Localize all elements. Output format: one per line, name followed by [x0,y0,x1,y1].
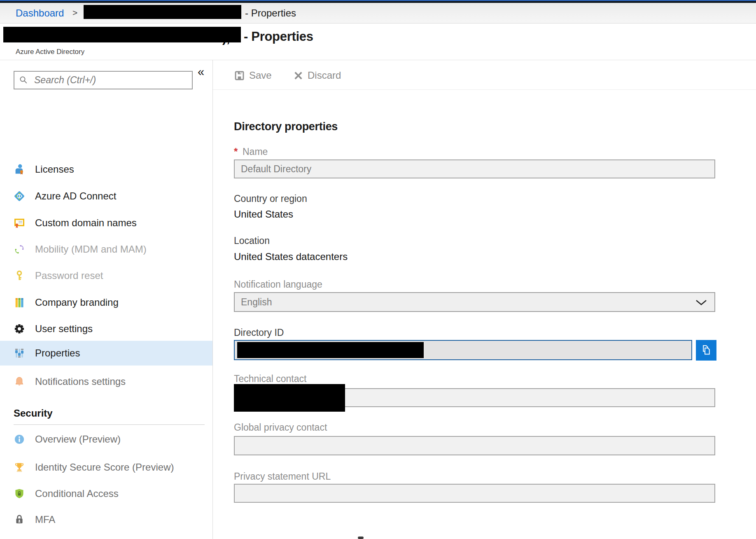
form-heading: Directory properties [234,120,338,133]
security-section-title: Security [14,408,53,419]
sidebar-item-users-flagged-for-risk[interactable]: Users flagged for risk [0,532,212,539]
location-label: Location [234,235,270,246]
directory-id-label: Directory ID [234,327,284,338]
sidebar-collapse-icon[interactable]: « [198,65,204,78]
sidebar-item-label: User settings [35,316,93,342]
sidebar-item-identity-secure-score[interactable]: Identity Secure Score (Preview) [0,454,212,480]
location-value: United States datacenters [234,251,348,262]
sidebar-item-label: Licenses [35,156,74,183]
sidebar-item-custom-domain-names[interactable]: Custom domain names [0,210,212,236]
privacy-statement-url-input[interactable] [234,484,715,503]
key-icon [14,270,25,281]
lock-icon [14,514,25,525]
page-subtitle: Azure Active Directory [16,48,84,56]
sidebar-item-label: Overview (Preview) [35,426,121,452]
browser-top-strip [0,0,756,3]
security-section-divider [14,424,205,425]
copy-icon [700,344,712,356]
sidebar-item-password-reset[interactable]: Password reset [0,262,212,289]
privacy-statement-url-label: Privacy statement URL [234,471,331,482]
notification-language-select[interactable]: English [234,292,715,312]
directory-id-redaction-block [237,342,424,358]
main-content: Save Discard Directory properties * Name… [213,60,756,539]
gear-icon [14,323,25,335]
sidebar-item-label: Users flagged for risk [35,532,128,539]
sidebar-item-properties[interactable]: Properties [0,341,212,366]
breadcrumb-redaction-block [84,5,241,19]
global-privacy-contact-label: Global privacy contact [234,422,327,433]
country-value: United States [234,209,293,220]
sidebar-item-label: Custom domain names [35,210,137,236]
title-redaction-block [3,27,241,42]
sidebar: « Licenses Azure AD Connect [0,60,213,539]
breadcrumb: Dashboard > - Properties [0,3,756,23]
technical-contact-label: Technical contact [234,373,306,384]
search-box [14,71,193,89]
sidebar-item-conditional-access[interactable]: Conditional Access [0,480,212,507]
sidebar-item-label: Identity Secure Score (Preview) [35,454,174,480]
sidebar-item-label: Conditional Access [35,480,119,507]
sidebar-item-label: Password reset [35,262,103,289]
sidebar-item-label: Properties [35,341,80,366]
breadcrumb-separator: > [72,3,77,23]
discard-button[interactable]: Discard [293,68,341,83]
search-icon [19,75,28,85]
sidebar-item-label: Notifications settings [35,368,126,395]
notification-language-label: Notification language [234,279,322,290]
bell-icon [14,376,25,387]
certificate-icon [14,217,25,229]
required-marker: * [234,146,238,157]
global-privacy-contact-input[interactable] [234,436,715,455]
page-header: ), - Properties Azure Active Directory [0,23,756,60]
notification-language-value: English [241,297,272,307]
sidebar-item-company-branding[interactable]: Company branding [0,289,212,316]
page-title: - Properties [244,29,313,44]
name-input[interactable]: Default Directory [234,159,715,178]
search-input[interactable] [14,71,193,89]
sidebar-item-azure-ad-connect[interactable]: Azure AD Connect [0,183,212,209]
discard-x-icon [293,70,303,81]
branding-bars-icon [14,297,25,308]
sidebar-item-label: MFA [35,506,55,533]
sidebar-item-user-settings[interactable]: User settings [0,316,212,342]
commandbar-divider [213,89,756,90]
sidebar-item-label: Mobility (MDM and MAM) [35,236,147,262]
mobility-icon [14,244,25,255]
technical-contact-redaction-block [234,384,345,412]
sidebar-item-label: Azure AD Connect [35,183,116,209]
sliders-icon [14,347,25,359]
discard-button-label: Discard [308,70,341,81]
breadcrumb-dashboard-link[interactable]: Dashboard [16,3,64,23]
trophy-icon [14,462,25,473]
copy-button[interactable] [696,340,716,361]
save-button[interactable]: Save [234,68,272,83]
name-label: Name [243,146,268,157]
sidebar-item-mobility[interactable]: Mobility (MDM and MAM) [0,236,212,262]
shield-lock-green-icon [14,488,25,499]
sidebar-item-label: Company branding [35,289,119,316]
azure-portal-properties-page: Dashboard > - Properties ), - Properties… [0,0,756,539]
sidebar-item-mfa[interactable]: MFA [0,506,212,533]
country-label: Country or region [234,193,307,204]
sidebar-item-licenses[interactable]: Licenses [0,156,212,183]
azure-ad-connect-icon [14,190,25,202]
info-icon [14,434,25,445]
chevron-down-icon [695,300,707,306]
save-icon [234,70,245,81]
save-button-label: Save [249,70,272,81]
sidebar-item-security-overview[interactable]: Overview (Preview) [0,426,212,452]
partial-content-below-fold [358,537,364,539]
sidebar-item-notifications-settings[interactable]: Notifications settings [0,368,212,395]
breadcrumb-current: - Properties [245,3,296,23]
licenses-icon [14,164,25,175]
